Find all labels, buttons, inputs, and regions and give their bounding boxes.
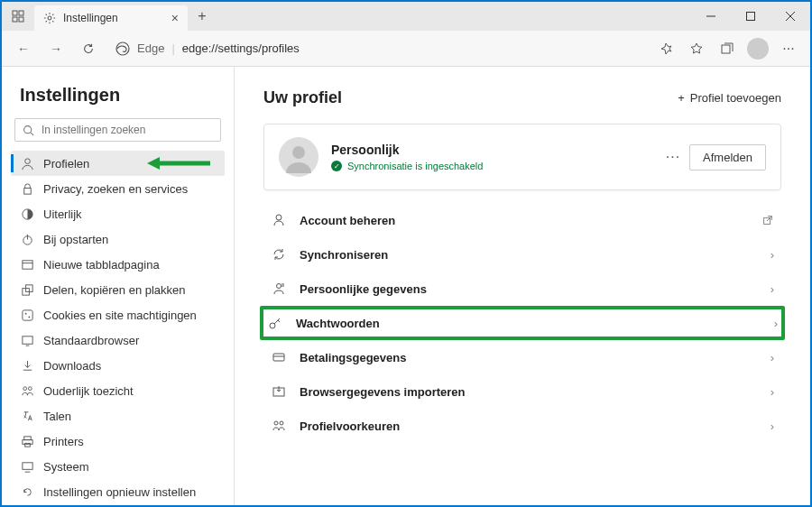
search-input[interactable]	[42, 124, 213, 136]
settings-search[interactable]	[14, 118, 221, 142]
sidebar-item-appearance[interactable]: Uiterlijk	[11, 201, 225, 226]
add-profile-button[interactable]: + Profiel toevoegen	[678, 91, 781, 105]
sidebar-item-system[interactable]: Systeem	[11, 454, 225, 479]
signout-button[interactable]: Afmelden	[689, 144, 766, 171]
address-url: edge://settings/profiles	[182, 41, 300, 55]
sidebar-item-printer[interactable]: Printers	[11, 429, 225, 454]
check-icon: ✓	[331, 161, 342, 171]
titlebar: Instellingen × +	[2, 2, 810, 31]
sidebar-item-cookies[interactable]: Cookies en site machtigingen	[11, 302, 225, 327]
settings-row-import[interactable]: Browsergegevens importeren›	[263, 374, 781, 409]
page-title: Uw profiel	[263, 88, 342, 107]
maximize-button[interactable]	[731, 2, 770, 31]
sidebar-item-label: Delen, kopiëren en plakken	[43, 283, 186, 297]
sidebar-item-label: Systeem	[43, 460, 89, 474]
sidebar-item-download[interactable]: Downloads	[11, 353, 225, 378]
minimize-button[interactable]	[691, 2, 731, 31]
row-label: Wachtwoorden	[296, 317, 761, 330]
sidebar-item-languages[interactable]: Talen	[11, 403, 225, 429]
sidebar-item-lock[interactable]: Privacy, zoeken en services	[11, 176, 225, 201]
svg-rect-31	[23, 436, 31, 439]
svg-point-13	[24, 158, 30, 163]
svg-rect-46	[273, 354, 284, 361]
settings-row-sync[interactable]: Synchroniseren›	[263, 237, 781, 272]
gear-icon	[43, 12, 56, 24]
close-window-button[interactable]	[770, 2, 810, 31]
sidebar-item-share[interactable]: Delen, kopiëren en plakken	[11, 277, 225, 302]
forward-button[interactable]: →	[42, 34, 70, 63]
external-link-icon	[761, 214, 774, 226]
settings-sidebar: Instellingen ProfielenPrivacy, zoeken en…	[2, 67, 235, 505]
sidebar-item-reset[interactable]: Instellingen opnieuw instellen	[11, 479, 225, 504]
profile-card: Persoonlijk ✓ Synchronisatie is ingescha…	[263, 124, 781, 190]
read-aloud-icon[interactable]	[651, 34, 680, 63]
chevron-right-icon: ›	[770, 282, 774, 296]
settings-row-key[interactable]: Wachtwoorden›	[260, 306, 785, 340]
newtab-icon	[20, 257, 34, 272]
system-icon	[20, 459, 34, 474]
svg-point-49	[274, 421, 278, 425]
key-icon	[267, 315, 283, 331]
share-icon	[20, 282, 34, 297]
prefs-icon	[271, 418, 287, 434]
more-menu-icon[interactable]: ···	[774, 34, 803, 63]
svg-rect-20	[22, 260, 32, 268]
import-icon	[271, 383, 287, 400]
svg-rect-24	[22, 309, 32, 319]
languages-icon	[20, 409, 34, 423]
sidebar-item-label: Bij opstarten	[43, 233, 108, 246]
sidebar-item-label: Talen	[43, 410, 71, 423]
svg-point-11	[24, 125, 32, 133]
sidebar-item-label: Nieuwe tabbladpagina	[43, 258, 160, 272]
close-tab-icon[interactable]: ×	[171, 11, 179, 25]
svg-rect-10	[722, 45, 730, 53]
annotation-arrow	[147, 154, 210, 172]
svg-rect-0	[13, 11, 17, 15]
svg-rect-34	[22, 462, 32, 469]
sidebar-item-label: Printers	[43, 435, 84, 448]
new-tab-button[interactable]: +	[188, 2, 217, 31]
svg-point-26	[28, 316, 30, 318]
svg-point-30	[28, 386, 32, 390]
browser-tab[interactable]: Instellingen ×	[34, 5, 188, 31]
collections-icon[interactable]	[713, 34, 742, 63]
settings-row-card[interactable]: Betalingsgegevens›	[263, 340, 781, 374]
sidebar-item-label: Standaardbrowser	[43, 334, 139, 347]
sidebar-item-power[interactable]: Bij opstarten	[11, 226, 225, 252]
svg-rect-1	[19, 11, 23, 15]
favorites-icon[interactable]	[682, 34, 711, 63]
settings-row-person[interactable]: Account beheren	[263, 203, 781, 237]
svg-point-40	[276, 215, 281, 220]
svg-point-42	[277, 284, 281, 289]
sidebar-item-phone[interactable]: Telefoon en andere apparaten	[11, 504, 225, 505]
settings-row-personinfo[interactable]: Persoonlijke gegevens›	[263, 272, 781, 306]
svg-point-4	[48, 16, 51, 20]
address-app-label: Edge	[137, 41, 164, 55]
svg-point-25	[24, 312, 26, 314]
svg-rect-3	[19, 17, 23, 22]
back-button[interactable]: ←	[9, 34, 38, 63]
app-menu-icon[interactable]	[2, 2, 34, 31]
sidebar-item-label: Instellingen opnieuw instellen	[43, 485, 196, 499]
settings-main: Uw profiel + Profiel toevoegen Persoonli…	[235, 67, 810, 505]
window-controls	[691, 2, 810, 31]
profile-more-icon[interactable]: ···	[666, 149, 680, 165]
row-label: Account beheren	[300, 214, 749, 227]
settings-content: Instellingen ProfielenPrivacy, zoeken en…	[2, 67, 810, 505]
toolbar: ← → Edge | edge://settings/profiles ···	[2, 31, 810, 67]
svg-rect-2	[13, 17, 17, 22]
row-label: Browsergegevens importeren	[300, 385, 758, 399]
sidebar-item-default[interactable]: Standaardbrowser	[11, 327, 225, 353]
sidebar-item-newtab[interactable]: Nieuwe tabbladpagina	[11, 252, 225, 277]
row-label: Profielvoorkeuren	[300, 419, 758, 433]
sidebar-item-label: Profielen	[43, 157, 89, 171]
refresh-button[interactable]	[74, 34, 103, 63]
address-bar[interactable]: Edge | edge://settings/profiles	[106, 41, 648, 56]
svg-point-9	[116, 42, 129, 55]
power-icon	[20, 232, 34, 246]
sidebar-item-label: Privacy, zoeken en services	[43, 182, 188, 196]
settings-row-prefs[interactable]: Profielvoorkeuren›	[263, 409, 781, 443]
sidebar-item-profile[interactable]: Profielen	[11, 151, 225, 176]
sidebar-item-family[interactable]: Ouderlijk toezicht	[11, 378, 225, 403]
profile-avatar-icon[interactable]	[743, 34, 772, 63]
